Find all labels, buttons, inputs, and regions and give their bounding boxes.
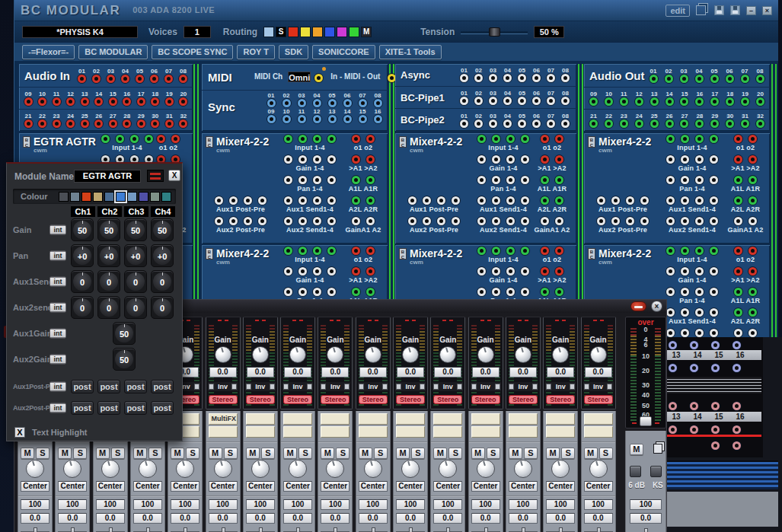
stereo-button[interactable]: Stereo [321, 395, 350, 404]
invert-control[interactable]: Inv [208, 382, 238, 391]
insert-slot-2[interactable] [321, 426, 350, 438]
insert-slot-1[interactable] [359, 413, 388, 425]
aux1post-pre-button-ch3[interactable]: post [124, 380, 147, 393]
inv-right-box[interactable] [344, 384, 350, 390]
module-jack[interactable] [541, 196, 549, 205]
routing-cell-s[interactable]: S [276, 27, 286, 37]
module-jack[interactable] [666, 155, 675, 164]
patch-jack-03[interactable] [107, 75, 115, 83]
module-jack[interactable] [284, 196, 292, 205]
module-jack[interactable] [229, 196, 238, 205]
mute-button[interactable]: M [546, 448, 560, 459]
module-jack[interactable] [229, 217, 238, 225]
int-button[interactable]: int [49, 403, 66, 413]
module-jack[interactable] [710, 196, 718, 205]
module-jack[interactable] [352, 267, 360, 276]
module-jack[interactable] [477, 288, 486, 296]
module-jack[interactable] [666, 176, 675, 184]
gain-knob[interactable] [552, 346, 569, 363]
invert-control[interactable]: Inv [432, 382, 463, 391]
solo-button[interactable]: S [487, 448, 500, 459]
stereo-button[interactable]: Stereo [509, 395, 538, 404]
aux2post-pre-button-ch2[interactable]: post [97, 401, 120, 415]
patch-jack-06[interactable] [532, 119, 541, 128]
midi-in-jack[interactable] [314, 72, 323, 85]
aux1send-knob-ch3[interactable]: 0 [124, 270, 147, 293]
fader-db[interactable]: 0.0 [471, 513, 500, 524]
module-jack[interactable] [298, 267, 307, 276]
mute-button[interactable]: M [509, 448, 522, 459]
solo-button[interactable]: S [599, 448, 613, 459]
tension-value[interactable]: 50 % [534, 26, 564, 38]
fader-level[interactable]: 100 [209, 499, 238, 510]
module-jack[interactable] [666, 308, 675, 317]
module-jack[interactable] [666, 329, 675, 337]
patch-jack-03[interactable] [489, 97, 497, 105]
patch-jack-08[interactable] [756, 75, 764, 83]
fader-db[interactable]: 0.0 [321, 513, 350, 524]
module-jack[interactable] [437, 217, 445, 225]
module-jack[interactable] [681, 135, 689, 143]
module-jack[interactable] [681, 196, 689, 205]
module-jack[interactable] [666, 267, 675, 276]
module-jack[interactable] [366, 267, 375, 276]
patch-jack-03[interactable] [680, 75, 688, 83]
module-jack[interactable] [734, 267, 742, 276]
module-jack[interactable] [477, 247, 486, 255]
routing-cell-4[interactable] [300, 27, 311, 37]
patch-jack-30[interactable] [726, 119, 734, 128]
module-jack[interactable] [506, 196, 515, 205]
module-jack[interactable] [244, 196, 252, 205]
fader-level[interactable]: 100 [133, 499, 162, 510]
pan-knob-ch1[interactable]: +0 [71, 244, 94, 267]
colour-swatch-3[interactable] [81, 192, 91, 202]
patch-jack-02[interactable] [474, 119, 483, 128]
save-icon[interactable] [714, 5, 724, 15]
insert-slot-1[interactable] [321, 413, 350, 425]
aux1send-knob-ch1[interactable]: 0 [71, 270, 94, 293]
gain-value[interactable]: 0.0 [434, 367, 461, 377]
module-jack[interactable] [541, 176, 549, 184]
gain-knob[interactable] [365, 346, 381, 363]
patch-jack-31[interactable] [741, 119, 749, 128]
module-jack[interactable] [748, 288, 757, 296]
patch-jack-08[interactable] [179, 75, 187, 83]
channel-fader[interactable] [21, 527, 49, 532]
inv-right-box[interactable] [420, 384, 425, 390]
pan-value[interactable]: Center [209, 481, 238, 492]
pan-value[interactable]: Center [359, 481, 388, 492]
module-jack[interactable] [327, 247, 336, 255]
aux1send-knob-ch4[interactable]: 0 [151, 270, 174, 293]
patch-jack-12[interactable] [635, 97, 643, 106]
module-jack[interactable] [710, 288, 718, 296]
module-jack[interactable] [366, 247, 375, 255]
insert-slot-1[interactable] [433, 413, 462, 425]
ks-button[interactable] [650, 466, 662, 477]
insert-slot-2[interactable] [246, 426, 275, 438]
module-jack[interactable] [597, 196, 605, 205]
gain-knob-ch4[interactable]: 50 [151, 218, 174, 241]
module-jack[interactable] [748, 267, 757, 276]
module-jack[interactable] [506, 217, 515, 225]
toolbar-button-xite-1-tools[interactable]: XITE-1 Tools [379, 45, 442, 59]
patch-jack-24[interactable] [635, 119, 643, 128]
module-jack[interactable] [734, 329, 742, 337]
gain-knob-ch1[interactable]: 50 [71, 218, 94, 241]
bg-jack[interactable] [669, 362, 677, 375]
module-jack[interactable] [284, 288, 292, 296]
fader-db[interactable]: 0.0 [58, 513, 87, 524]
midi-channel-select[interactable]: Omni [288, 72, 311, 82]
mute-button[interactable]: M [584, 448, 598, 459]
patch-jack-13[interactable] [81, 97, 89, 106]
fader-level[interactable]: 100 [21, 499, 49, 510]
int-button[interactable]: int [49, 329, 66, 339]
patch-jack-31[interactable] [165, 119, 174, 128]
patch-jack-11[interactable] [53, 97, 61, 106]
toolbar-button-bc-scope-sync[interactable]: BC SCOPE SYNC [152, 45, 233, 59]
module-jack[interactable] [695, 288, 704, 296]
mute-button[interactable]: M [433, 448, 447, 459]
int-button[interactable]: int [49, 355, 66, 365]
module-jack[interactable] [477, 176, 486, 184]
edit-button[interactable]: edit [665, 5, 690, 17]
module-jack[interactable] [710, 247, 718, 255]
